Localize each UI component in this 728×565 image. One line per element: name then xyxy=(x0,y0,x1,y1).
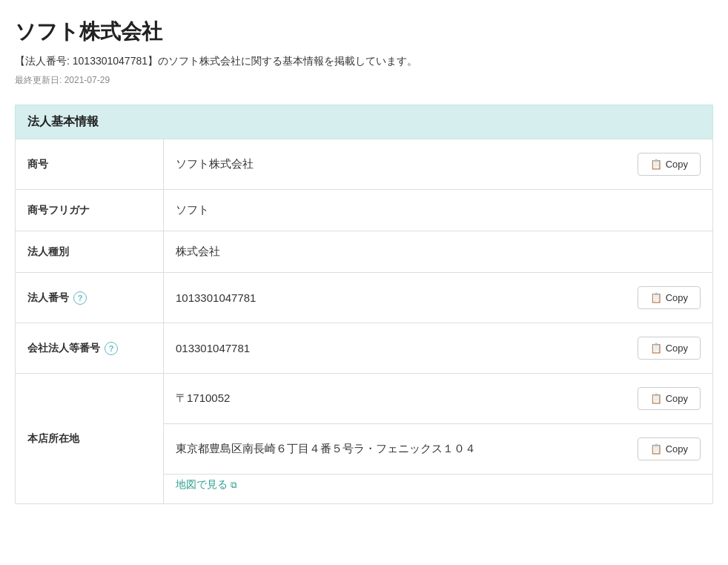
external-link-icon: ⧉ xyxy=(231,480,237,490)
table-row-address-postal: 本店所在地 〒1710052 📋 Copy xyxy=(16,374,713,424)
last-updated: 最終更新日: 2021-07-29 xyxy=(15,74,713,87)
value-address-full: 東京都豊島区南長崎６丁目４番５号ラ・フェニックス１０４ xyxy=(176,442,476,456)
value-cell-address-full: 東京都豊島区南長崎６丁目４番５号ラ・フェニックス１０４ 📋 Copy xyxy=(164,424,713,475)
clipboard-icon: 📋 xyxy=(650,292,662,303)
label-cell-hojin-bango: 法人番号 ? xyxy=(16,273,164,323)
value-cell-furigana: ソフト xyxy=(164,190,713,231)
copy-button-postal[interactable]: 📋 Copy xyxy=(638,387,701,410)
table-row: 商号フリガナ ソフト xyxy=(16,190,713,231)
copy-label: Copy xyxy=(666,159,688,170)
label-cell-shogo: 商号 xyxy=(16,139,164,190)
label-furigana: 商号フリガナ xyxy=(27,204,90,217)
label-cell-furigana: 商号フリガナ xyxy=(16,190,164,231)
value-cell-kaisha-bango: 013301047781 📋 Copy xyxy=(164,323,713,374)
copy-label: Copy xyxy=(666,343,688,354)
label-cell-kaisha-bango: 会社法人等番号 ? xyxy=(16,323,164,374)
clipboard-icon: 📋 xyxy=(650,159,662,170)
copy-label: Copy xyxy=(666,443,688,455)
label-cell-hojin-shubetsu: 法人種別 xyxy=(16,231,164,273)
label-cell-address: 本店所在地 xyxy=(16,374,164,504)
value-shogo: ソフト株式会社 xyxy=(176,157,254,171)
label-kaisha-bango: 会社法人等番号 xyxy=(27,342,100,355)
info-table: 商号 ソフト株式会社 📋 Copy 商号フリガナ xyxy=(15,139,713,504)
value-hojin-bango: 1013301047781 xyxy=(176,291,256,304)
page-title: ソフト株式会社 xyxy=(15,18,713,46)
value-cell-hojin-shubetsu: 株式会社 xyxy=(164,231,713,273)
info-icon-hojin-bango[interactable]: ? xyxy=(73,291,87,305)
table-row: 法人番号 ? 1013301047781 📋 Copy xyxy=(16,273,713,323)
description-text: 【法人番号: 1013301047781】のソフト株式会社に関する基本情報を掲載… xyxy=(15,55,417,67)
clipboard-icon: 📋 xyxy=(650,443,662,455)
table-row: 会社法人等番号 ? 013301047781 📋 Copy xyxy=(16,323,713,374)
clipboard-icon: 📋 xyxy=(650,393,662,404)
copy-button-shogo[interactable]: 📋 Copy xyxy=(638,153,701,176)
value-postal: 〒1710052 xyxy=(176,391,230,406)
clipboard-icon: 📋 xyxy=(650,343,662,354)
map-link-label: 地図で見る xyxy=(176,478,228,492)
table-row: 法人種別 株式会社 xyxy=(16,231,713,273)
copy-button-kaisha-bango[interactable]: 📋 Copy xyxy=(638,337,701,360)
copy-label: Copy xyxy=(666,393,688,404)
copy-button-hojin-bango[interactable]: 📋 Copy xyxy=(638,286,701,309)
info-icon-kaisha-bango[interactable]: ? xyxy=(105,342,118,355)
value-cell-postal: 〒1710052 📋 Copy xyxy=(164,374,713,424)
value-cell-map: 地図で見る ⧉ xyxy=(164,475,713,504)
map-link[interactable]: 地図で見る ⧉ xyxy=(176,478,237,492)
value-kaisha-bango: 013301047781 xyxy=(176,342,250,354)
section-header: 法人基本情報 xyxy=(15,105,713,139)
label-address: 本店所在地 xyxy=(27,432,79,446)
value-cell-shogo: ソフト株式会社 📋 Copy xyxy=(164,139,713,190)
value-furigana: ソフト xyxy=(176,203,209,216)
value-hojin-shubetsu: 株式会社 xyxy=(176,245,220,257)
section-title: 法人基本情報 xyxy=(27,115,99,128)
copy-button-address-full[interactable]: 📋 Copy xyxy=(638,437,701,460)
page-wrapper: ソフト株式会社 【法人番号: 1013301047781】のソフト株式会社に関す… xyxy=(0,0,728,522)
value-cell-hojin-bango: 1013301047781 📋 Copy xyxy=(164,273,713,323)
label-hojin-bango: 法人番号 xyxy=(27,291,69,305)
label-hojin-shubetsu: 法人種別 xyxy=(27,245,69,259)
label-shogo: 商号 xyxy=(27,158,48,171)
copy-label: Copy xyxy=(666,292,688,303)
table-row: 商号 ソフト株式会社 📋 Copy xyxy=(16,139,713,190)
page-description: 【法人番号: 1013301047781】のソフト株式会社に関する基本情報を掲載… xyxy=(15,55,713,68)
